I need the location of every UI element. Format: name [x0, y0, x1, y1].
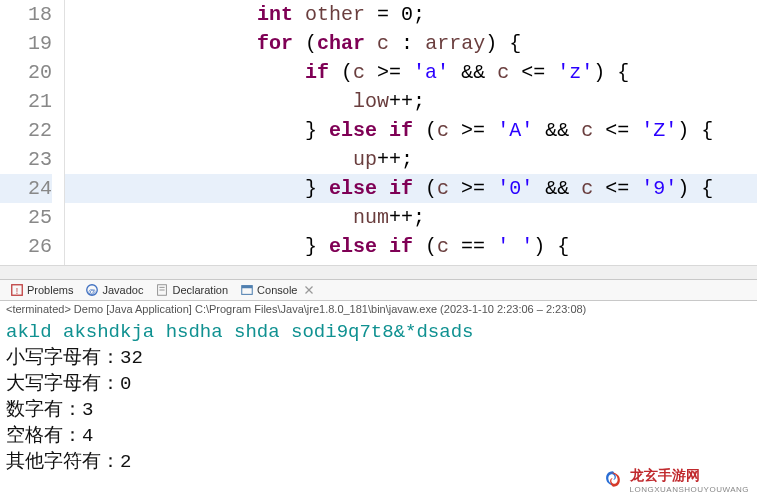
- svg-text:@: @: [88, 287, 96, 296]
- code-line[interactable]: } else if (c == ' ') {: [65, 232, 757, 261]
- line-number: 24: [0, 174, 52, 203]
- console-line: 小写字母有：32: [6, 345, 751, 371]
- console-input-echo: akld akshdkja hsdha shda sodi9q7t8&*dsad…: [6, 319, 751, 345]
- code-line[interactable]: if (c >= 'a' && c <= 'z') {: [65, 58, 757, 87]
- tab-label: Console: [257, 284, 297, 296]
- tab-javadoc[interactable]: @ Javadoc: [81, 282, 147, 298]
- terminated-status: <terminated> Demo [Java Application] C:\…: [0, 301, 757, 317]
- code-line[interactable]: num++;: [65, 203, 757, 232]
- code-editor[interactable]: 181920212223242526 int other = 0; for (c…: [0, 0, 757, 265]
- console-output[interactable]: akld akshdkja hsdha shda sodi9q7t8&*dsad…: [0, 317, 757, 477]
- bottom-tabs: ! Problems @ Javadoc Declaration Console: [0, 279, 757, 301]
- svg-rect-8: [242, 286, 253, 289]
- console-line: 空格有：4: [6, 423, 751, 449]
- line-number: 21: [0, 87, 52, 116]
- declaration-icon: [155, 283, 169, 297]
- javadoc-icon: @: [85, 283, 99, 297]
- line-number: 22: [0, 116, 52, 145]
- console-line: 数字有：3: [6, 397, 751, 423]
- close-icon[interactable]: [302, 283, 316, 297]
- tab-problems[interactable]: ! Problems: [6, 282, 77, 298]
- watermark: 龙玄手游网 LONGXUANSHOUYOUWANG: [602, 467, 749, 494]
- line-number-gutter: 181920212223242526: [0, 0, 65, 265]
- tab-label: Declaration: [172, 284, 228, 296]
- line-number: 23: [0, 145, 52, 174]
- tab-console[interactable]: Console: [236, 282, 320, 298]
- line-number: 19: [0, 29, 52, 58]
- code-line[interactable]: low++;: [65, 87, 757, 116]
- swirl-icon: [602, 468, 624, 493]
- svg-text:!: !: [16, 286, 18, 296]
- line-number: 20: [0, 58, 52, 87]
- tab-declaration[interactable]: Declaration: [151, 282, 232, 298]
- horizontal-scrollbar[interactable]: [0, 265, 757, 279]
- code-line[interactable]: } else if (c >= 'A' && c <= 'Z') {: [65, 116, 757, 145]
- code-line[interactable]: up++;: [65, 145, 757, 174]
- code-line[interactable]: for (char c : array) {: [65, 29, 757, 58]
- watermark-sub: LONGXUANSHOUYOUWANG: [630, 485, 749, 494]
- console-icon: [240, 283, 254, 297]
- tab-label: Problems: [27, 284, 73, 296]
- code-content[interactable]: int other = 0; for (char c : array) { if…: [65, 0, 757, 265]
- tab-label: Javadoc: [102, 284, 143, 296]
- console-line: 大写字母有：0: [6, 371, 751, 397]
- code-line[interactable]: } else if (c >= '0' && c <= '9') {: [65, 174, 757, 203]
- line-number: 26: [0, 232, 52, 261]
- watermark-text: 龙玄手游网: [630, 467, 700, 483]
- problems-icon: !: [10, 283, 24, 297]
- line-number: 18: [0, 0, 52, 29]
- code-line[interactable]: int other = 0;: [65, 0, 757, 29]
- line-number: 25: [0, 203, 52, 232]
